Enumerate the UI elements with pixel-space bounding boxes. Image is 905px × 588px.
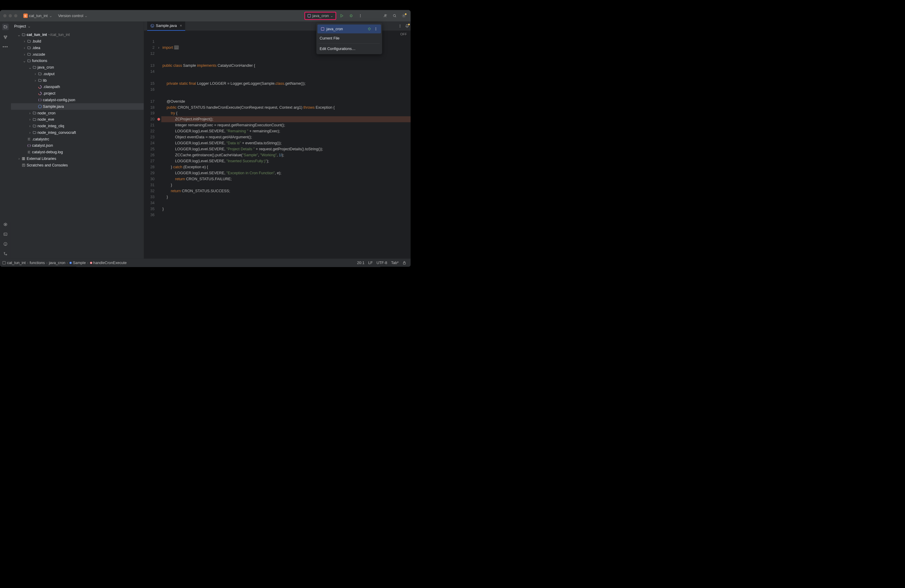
tree-item[interactable]: catalyst-debug.log	[11, 149, 144, 156]
tree-item[interactable]: ›.vscode	[11, 51, 144, 58]
tree-item[interactable]: ›.build	[11, 38, 144, 44]
tree-item[interactable]: ›.idea	[11, 44, 144, 51]
file-encoding[interactable]: UTF-8	[376, 261, 387, 265]
gear-icon	[402, 14, 406, 17]
play-icon	[340, 14, 344, 17]
dropdown-item-java-cron[interactable]: java_cron	[318, 25, 381, 33]
svg-text:m: m	[90, 262, 92, 264]
svg-point-10	[360, 16, 360, 16]
project-icon: C	[23, 13, 28, 18]
cursor-position[interactable]: 20:1	[357, 261, 365, 265]
breadcrumb-item[interactable]: mhandleCronExecute	[90, 261, 127, 265]
svg-rect-20	[5, 38, 6, 39]
tree-item[interactable]: ›External Libraries	[11, 156, 144, 162]
tab-more-button[interactable]	[398, 24, 402, 29]
breadcrumb-item[interactable]: cat_tun_int	[7, 261, 26, 265]
person-icon	[383, 14, 387, 17]
project-sidebar: Project ⌄ ⌄cat_tun_int ~/cat_tun_int›.bu…	[11, 22, 144, 259]
breadcrumb-item[interactable]: functions	[30, 261, 45, 265]
sidebar-header[interactable]: Project ⌄	[11, 22, 144, 31]
run-config-selector[interactable]: java_cron ⌄	[304, 12, 336, 20]
tab-label: Sample.java	[156, 24, 177, 28]
tree-item[interactable]: ›node_cron	[11, 110, 144, 116]
terminal-tool-button[interactable]	[3, 231, 8, 237]
file-icon	[22, 157, 26, 161]
bug-icon[interactable]	[367, 27, 372, 31]
breadcrumb-item[interactable]: CSample	[70, 261, 86, 265]
svg-rect-46	[23, 157, 24, 160]
tree-item[interactable]: ›.output	[11, 71, 144, 77]
warning-circle-icon	[3, 242, 8, 246]
services-tool-button[interactable]	[3, 222, 8, 227]
svg-rect-18	[4, 36, 5, 37]
notifications-button[interactable]	[405, 24, 410, 29]
tree-item[interactable]: Scratches and Consoles	[11, 162, 144, 168]
app-icon	[321, 27, 325, 31]
chevron-icon: ›	[17, 157, 21, 161]
close-window[interactable]	[3, 14, 6, 17]
tree-item[interactable]: .project	[11, 90, 144, 97]
dropdown-item-edit-configs[interactable]: Edit Configurations…	[316, 44, 382, 53]
tree-item-label: .idea	[32, 46, 40, 50]
tree-item[interactable]: catalyst-config.json	[11, 97, 144, 103]
status-bar: cat_tun_int›functions›java_cron›CSample›…	[0, 259, 411, 267]
project-selector[interactable]: C cat_tun_int ⌄	[22, 13, 54, 19]
file-icon	[22, 33, 26, 37]
sidebar-title: Project	[14, 24, 26, 29]
tree-item[interactable]: .catalystrc	[11, 136, 144, 143]
code-editor[interactable]: import ...public class Sample implements…	[161, 38, 411, 259]
chevron-icon: ⌄	[17, 33, 21, 37]
chevron-icon: ›	[28, 111, 32, 115]
svg-point-51	[151, 24, 154, 27]
tree-item[interactable]: ›node_eve	[11, 116, 144, 123]
version-control-button[interactable]: Version control ⌄	[58, 13, 87, 18]
tree-item[interactable]: .classpath	[11, 84, 144, 90]
svg-point-17	[403, 15, 404, 16]
run-button[interactable]	[340, 13, 344, 18]
tree-item-label: catalyst.json	[32, 143, 53, 148]
file-icon	[27, 59, 31, 63]
project-tool-button[interactable]	[2, 24, 9, 30]
maximize-window[interactable]	[14, 14, 17, 17]
tab-sample-java[interactable]: Sample.java ×	[147, 22, 185, 31]
search-icon	[393, 14, 397, 17]
line-gutter[interactable]: 1212131415161718192021222324252627282930…	[144, 38, 156, 259]
search-button[interactable]	[392, 13, 397, 18]
collaborate-button[interactable]	[383, 13, 387, 18]
more-button[interactable]	[358, 13, 363, 18]
git-icon	[3, 252, 8, 256]
problems-tool-button[interactable]	[3, 241, 8, 247]
tree-item[interactable]: catalyst.json	[11, 142, 144, 149]
indent-setting[interactable]: Tab*	[391, 261, 399, 265]
breakpoint[interactable]	[157, 118, 160, 121]
app-icon	[307, 14, 311, 17]
lock-icon[interactable]	[403, 261, 406, 265]
minimize-window[interactable]	[9, 14, 12, 17]
structure-tool-button[interactable]	[3, 35, 8, 40]
chevron-icon: ›	[28, 118, 32, 122]
tree-item[interactable]: ›node_integ_cliq	[11, 123, 144, 129]
chevron-icon: ›	[28, 124, 32, 129]
line-separator[interactable]: LF	[368, 261, 373, 265]
editor-body: 1212131415161718192021222324252627282930…	[144, 38, 411, 259]
dropdown-item-current-file[interactable]: Current File	[316, 34, 382, 43]
tree-item[interactable]: ⌄java_cron	[11, 64, 144, 71]
svg-point-69	[376, 30, 376, 30]
tree-item[interactable]: ›node_integ_convocraft	[11, 129, 144, 136]
breadcrumb[interactable]: cat_tun_int›functions›java_cron›CSample›…	[7, 261, 356, 265]
close-icon[interactable]: ×	[180, 24, 182, 28]
more-tool-button[interactable]: •••	[3, 44, 8, 50]
breadcrumb-item[interactable]: java_cron	[49, 261, 65, 265]
vcs-tool-button[interactable]	[3, 251, 8, 256]
svg-point-68	[376, 29, 376, 29]
debug-button[interactable]	[349, 13, 353, 18]
editor-toggle-off[interactable]: OFF	[397, 32, 411, 36]
tree-item[interactable]: ⌄cat_tun_int ~/cat_tun_int	[11, 32, 144, 38]
tree-item[interactable]: ⌄functions	[11, 57, 144, 64]
kebab-icon[interactable]	[374, 27, 378, 31]
svg-point-9	[360, 14, 360, 15]
tree-item[interactable]: ›lib	[11, 77, 144, 84]
tree-item[interactable]: Sample.java	[11, 103, 144, 110]
gutter-icons[interactable]: ›	[156, 38, 161, 259]
settings-button[interactable]	[402, 13, 406, 18]
